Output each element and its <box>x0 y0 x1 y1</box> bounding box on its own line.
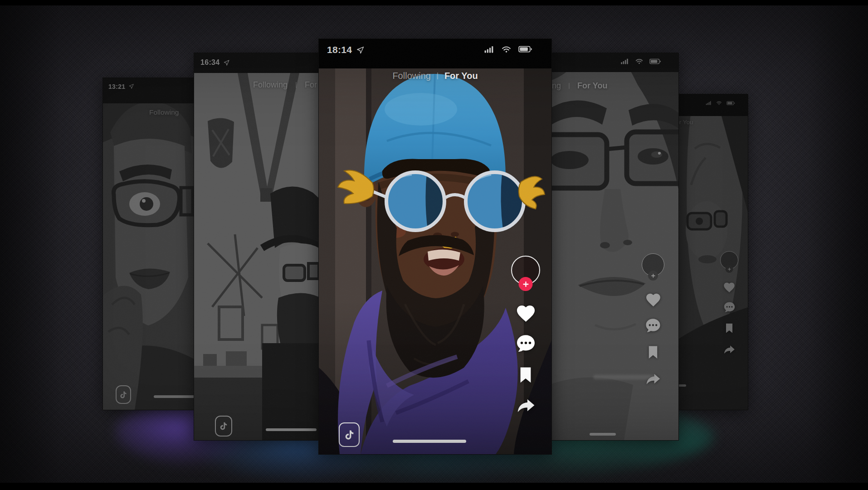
phone-screen-far-left: 13:21 Following <box>102 78 195 410</box>
letterbox-bar-top <box>0 0 868 5</box>
tab-following: Following <box>551 81 561 91</box>
tab-following: Following <box>253 80 288 90</box>
signal-icon <box>706 101 712 105</box>
tab-divider <box>296 82 297 88</box>
share-icon <box>723 343 736 356</box>
bookmark-icon <box>723 322 735 334</box>
tiktok-logo-icon <box>339 422 360 447</box>
phone-screen-right: Following For You <box>551 53 679 441</box>
status-time: 18:14 <box>327 44 352 55</box>
letterbox-bar-bottom <box>0 483 868 490</box>
tab-for-you[interactable]: For You <box>444 71 478 81</box>
tiktok-logo-icon <box>116 385 131 404</box>
home-indicator <box>590 433 616 436</box>
follow-plus-icon[interactable] <box>519 277 533 291</box>
location-arrow-icon <box>223 59 230 66</box>
status-time: 16:34 <box>200 58 219 67</box>
like-icon <box>645 291 662 308</box>
profile-button[interactable] <box>511 256 540 285</box>
phone-screen-far-right: For You <box>678 94 748 410</box>
blurred-caption-text <box>593 375 656 379</box>
tab-for-you: For You <box>305 80 319 90</box>
comment-icon[interactable] <box>516 333 536 354</box>
home-indicator <box>154 395 195 398</box>
profile-button <box>642 253 664 276</box>
follow-plus-icon <box>648 271 658 281</box>
video-avatar-woman-catglasses <box>103 78 194 410</box>
bookmark-icon <box>645 344 661 360</box>
tab-divider <box>437 73 438 79</box>
battery-icon <box>727 101 735 105</box>
status-icons <box>706 101 735 105</box>
feed-tabs: Following For You <box>551 81 607 91</box>
home-indicator <box>266 428 317 431</box>
like-icon <box>723 281 736 294</box>
feed-tabs: For You <box>678 119 693 126</box>
battery-icon <box>649 58 661 64</box>
tab-for-you: For You <box>577 81 607 91</box>
home-indicator <box>393 440 466 443</box>
action-rail <box>641 253 665 387</box>
location-arrow-icon <box>356 46 365 54</box>
wifi-icon <box>716 101 722 105</box>
status-time: 13:21 <box>108 83 125 90</box>
bookmark-icon[interactable] <box>516 365 535 384</box>
share-icon[interactable] <box>516 395 536 416</box>
like-icon[interactable] <box>515 303 536 324</box>
tab-following[interactable]: Following <box>392 71 430 81</box>
tab-divider <box>569 83 570 89</box>
feed-tabs: Following For You <box>253 80 319 90</box>
status-icons <box>620 58 661 64</box>
home-indicator <box>678 384 686 387</box>
comment-icon <box>723 301 736 313</box>
profile-button <box>720 251 738 269</box>
follow-plus-icon <box>726 265 733 273</box>
signal-icon <box>484 45 494 53</box>
comment-icon <box>645 317 661 334</box>
wifi-icon <box>501 45 512 53</box>
tab-following: Following <box>149 108 179 116</box>
feed-tabs: Following <box>149 108 179 116</box>
feed-tabs: Following For You <box>319 71 551 81</box>
battery-icon <box>518 46 532 53</box>
video-armor-room-avatar-man <box>194 53 319 440</box>
wifi-icon <box>635 58 644 64</box>
phone-screen-left: 16:34 Following For You <box>194 53 319 441</box>
tab-for-you: For You <box>678 119 693 126</box>
phone-screen-center: 18:14 Following For You <box>318 39 552 455</box>
status-icons <box>484 45 532 53</box>
tiktok-collage-scene: 13:21 Following <box>0 0 868 490</box>
action-rail <box>511 256 541 416</box>
signal-icon <box>620 58 629 64</box>
location-arrow-icon <box>128 83 134 89</box>
tiktok-logo-icon <box>215 416 232 437</box>
action-rail <box>720 251 739 356</box>
